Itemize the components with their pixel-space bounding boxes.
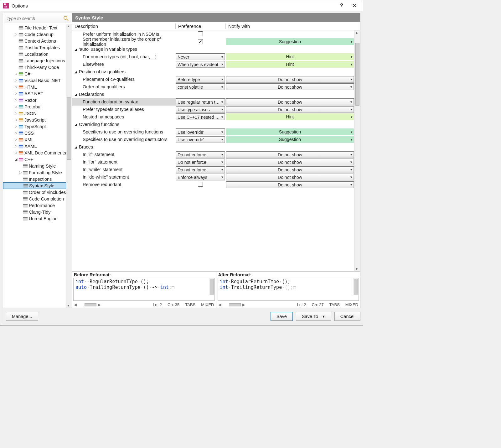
preference-dropdown[interactable]: When type is evident▾ [176,61,225,68]
tree-item-naming-style[interactable]: ▷Naming Style [3,163,66,169]
tree-item-formatting-style[interactable]: ▷Formatting Style [3,169,66,176]
tree-arrow-icon[interactable]: ▷ [14,111,18,115]
tree-item-visual-basic-net[interactable]: ▷Visual Basic .NET [3,77,66,84]
scrollbar-thumb[interactable] [210,279,214,294]
tree-item-syntax-style[interactable]: ▷Syntax Style [3,182,66,189]
preference-checkbox[interactable] [198,31,203,36]
tree-arrow-icon[interactable]: ▷ [14,105,18,109]
tree-item-order-of-includes[interactable]: ▷Order of #includes [3,189,66,195]
tree-item-localization[interactable]: ▷Localization [3,51,66,57]
tree-arrow-icon[interactable]: ▷ [14,91,18,96]
tree-arrow-icon[interactable]: ▷ [18,184,23,188]
tree-item-css[interactable]: ▷CSS [3,130,66,136]
notify-dropdown[interactable]: Suggestion▾ [226,38,354,45]
tree-arrow-icon[interactable]: ▷ [18,210,23,214]
tree-arrow-icon[interactable]: ▷ [14,59,18,63]
tree-item-html[interactable]: ▷HTML [3,84,66,90]
search-input[interactable] [6,16,63,21]
tree-item-c-[interactable]: ▷C# [3,70,66,77]
help-button[interactable]: ? [335,3,348,9]
tree-arrow-icon[interactable]: ▷ [14,138,18,142]
tree-arrow-icon[interactable]: ▷ [18,164,23,168]
notify-dropdown[interactable]: Suggestion▾ [226,128,354,135]
nav-track[interactable] [85,303,96,306]
scrollbar-thumb[interactable] [355,43,359,106]
preference-dropdown[interactable]: Enforce always▾ [176,174,225,180]
code-scrollbar[interactable] [353,278,359,295]
preference-dropdown[interactable]: Never▾ [176,53,225,60]
preference-dropdown[interactable]: const volatile▾ [176,83,225,90]
tree-item-unreal-engine[interactable]: ▷Unreal Engine [3,215,66,222]
tree-item-language-injections[interactable]: ▷Language Injections [3,57,66,64]
notify-dropdown[interactable]: Do not show▾ [226,83,354,90]
tree-arrow-icon[interactable]: ▷ [14,144,18,148]
tree-item-javascript[interactable]: ▷JavaScript [3,117,66,123]
tree-item-performance[interactable]: ▷Performance [3,202,66,209]
group-row[interactable]: Position of cv-qualifiers [72,68,354,76]
tree-arrow-icon[interactable]: ▷ [18,177,23,181]
tree-arrow-icon[interactable]: ▷ [14,39,18,43]
tree-item-code-completion[interactable]: ▷Code Completion [3,195,66,202]
tree-arrow-icon[interactable]: ▷ [18,197,23,201]
notify-dropdown[interactable]: Do not show▾ [226,159,354,165]
preference-checkbox[interactable] [198,182,203,187]
preference-dropdown[interactable]: Use 'override'▾ [176,128,225,135]
tree-item-postfix-templates[interactable]: ▷Postfix Templates [3,44,66,51]
tree-item-inspections[interactable]: ▷Inspections [3,176,66,182]
grid-scrollbar[interactable] [354,30,360,271]
preference-dropdown[interactable]: Before type▾ [176,76,225,83]
tree-item-context-actions[interactable]: ▷Context Actions [3,38,66,44]
notify-dropdown[interactable]: Suggestion▾ [226,136,354,143]
tree-arrow-icon[interactable]: ▷ [18,190,23,194]
close-button[interactable]: ✕ [348,2,360,9]
tree-arrow-icon[interactable]: ▷ [14,65,18,69]
notify-dropdown[interactable]: Hint▾ [226,61,354,68]
tree-item-xaml[interactable]: ▷XAML [3,143,66,149]
tree-item-clang-tidy[interactable]: ▷Clang-Tidy [3,209,66,215]
preference-dropdown[interactable]: Do not enforce▾ [176,151,225,158]
group-row[interactable]: 'auto' usage in variable types [72,45,354,53]
tree-arrow-icon[interactable]: ▷ [14,151,18,155]
nav-arrows[interactable] [218,302,245,307]
notify-dropdown[interactable]: Hint▾ [226,53,354,60]
preference-dropdown[interactable]: Use regular return types▾ [176,98,225,105]
tree-item-typescript[interactable]: ▷TypeScript [3,123,66,130]
notify-dropdown[interactable]: Hint▾ [226,113,354,120]
tree-arrow-icon[interactable]: ▷ [14,45,18,49]
nav-track[interactable] [229,303,241,306]
tree-item-xml[interactable]: ▷XML [3,136,66,143]
notify-dropdown[interactable]: Do not show▾ [226,181,354,188]
notify-dropdown[interactable]: Do not show▾ [226,98,354,105]
preference-dropdown[interactable]: Do not enforce▾ [176,159,225,165]
preference-checkbox[interactable] [198,39,203,44]
tree-arrow-icon[interactable]: ▷ [14,78,18,82]
notify-dropdown[interactable]: Do not show▾ [226,151,354,158]
preference-dropdown[interactable]: Use type aliases▾ [176,106,225,113]
preference-dropdown[interactable]: Use C++17 nested name▾ [176,113,225,120]
tree-item-code-cleanup[interactable]: ▷Code Cleanup [3,31,66,38]
scrollbar-thumb[interactable] [67,97,71,160]
tree-item-protobuf[interactable]: ▷Protobuf [3,103,66,110]
code-scrollbar[interactable] [209,278,214,295]
group-row[interactable]: Overriding functions [72,121,354,128]
group-row[interactable]: Declarations [72,91,354,98]
tree-arrow-icon[interactable]: ▷ [14,52,18,56]
tree-item-third-party-code[interactable]: ▷Third-Party Code [3,64,66,70]
tree-arrow-icon[interactable]: ▷ [18,216,23,221]
group-row[interactable]: Braces [72,143,354,151]
tree-arrow-icon[interactable]: ▷ [14,32,18,36]
tree-item-json[interactable]: ▷JSON [3,110,66,117]
tree-arrow-icon[interactable]: ▷ [14,85,18,89]
tree-arrow-icon[interactable]: ▷ [14,98,18,102]
preference-dropdown[interactable]: Use 'override'▾ [176,136,225,143]
tree-arrow-icon[interactable]: ▷ [14,26,18,30]
tree-item-c-[interactable]: ◢C++ [3,156,66,163]
tree-item-xml-doc-comments[interactable]: ▷XML Doc Comments [3,149,66,156]
notify-dropdown[interactable]: Do not show▾ [226,174,354,180]
notify-dropdown[interactable]: Do not show▾ [226,166,354,173]
search-box[interactable] [4,14,71,23]
tree-scrollbar[interactable] [66,24,72,308]
tree-arrow-icon[interactable]: ▷ [14,124,18,128]
nav-arrows[interactable] [74,302,101,307]
tree-arrow-icon[interactable]: ◢ [14,157,18,161]
